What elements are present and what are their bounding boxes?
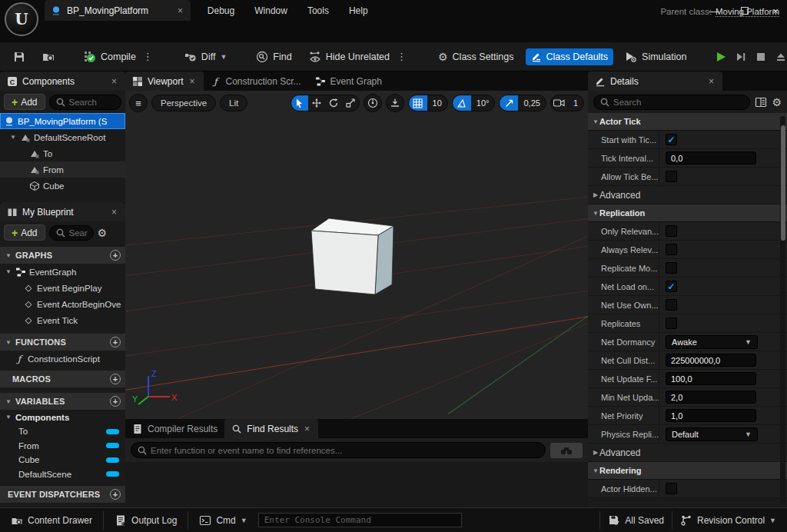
compiler-results-tab[interactable]: Compiler Results (125, 419, 224, 438)
frame-skip-button[interactable] (735, 51, 747, 63)
menu-tools[interactable]: Tools (298, 0, 338, 22)
tree-item-defaultsceneroot[interactable]: ▼ DefaultSceneRoot (0, 129, 125, 145)
browse-button[interactable] (37, 48, 60, 66)
close-icon[interactable]: × (188, 76, 196, 87)
my-blueprint-search-input[interactable] (69, 228, 88, 238)
my-blueprint-tab[interactable]: My Blueprint × (0, 202, 125, 221)
stop-button[interactable] (755, 51, 767, 63)
tree-item-to[interactable]: To (0, 145, 125, 161)
number-input[interactable] (666, 409, 756, 422)
my-blueprint-search[interactable] (49, 225, 94, 241)
scale-snap-toggle[interactable] (500, 95, 518, 111)
surface-snap-toggle[interactable] (386, 94, 404, 112)
details-search-input[interactable] (613, 98, 744, 107)
scale-snap-value[interactable]: 0,25 (518, 98, 545, 108)
section-rendering[interactable]: ▼Rendering (588, 462, 787, 480)
constructionscript-item[interactable]: ƒ ConstructionScript (0, 351, 125, 367)
display-filter-icon[interactable] (755, 96, 767, 108)
asset-tab-bp-movingplatform[interactable]: BP_MovingPlatform × (45, 0, 191, 21)
class-defaults-button[interactable]: Class Defaults (526, 48, 614, 65)
advanced-expander[interactable]: ▶Advanced (588, 444, 787, 462)
close-icon[interactable]: × (707, 76, 716, 87)
save-button[interactable] (8, 48, 31, 66)
perspective-button[interactable]: Perspective (151, 95, 216, 111)
hide-unrelated-options-icon[interactable]: ⋮ (394, 51, 409, 62)
grid-snap-toggle[interactable] (409, 95, 427, 111)
components-tab[interactable]: C Components × (0, 71, 125, 91)
variables-section-header[interactable]: ▼ VARIABLES + (0, 393, 125, 410)
details-search[interactable] (593, 95, 750, 110)
checkbox[interactable]: ✓ (666, 244, 677, 255)
viewport-options-icon[interactable]: ≡ (129, 94, 148, 112)
checkbox[interactable]: ✓ (666, 134, 677, 145)
number-input[interactable] (666, 391, 756, 404)
find-button[interactable]: Find (251, 48, 297, 66)
all-saved-button[interactable]: All Saved (603, 511, 669, 530)
event-actorbeginoverlap-item[interactable]: ◇ Event ActorBeginOve (0, 296, 125, 312)
number-input[interactable] (666, 372, 756, 385)
details-scrollbar[interactable] (780, 116, 785, 504)
move-tool[interactable] (308, 95, 325, 111)
eject-button[interactable] (775, 51, 787, 63)
close-icon[interactable]: × (303, 424, 311, 434)
camera-speed-toggle[interactable] (551, 95, 568, 111)
hide-unrelated-button[interactable]: Hide Unrelated ⋮ (304, 48, 414, 66)
compile-options-icon[interactable]: ⋮ (141, 51, 155, 62)
add-graph-icon[interactable]: + (110, 250, 121, 261)
components-search[interactable] (49, 95, 121, 110)
close-icon[interactable]: × (110, 207, 118, 218)
checkbox[interactable]: ✓ (666, 225, 677, 237)
eventgraph-item[interactable]: ▼ EventGraph (0, 264, 125, 280)
event-dispatchers-section-header[interactable]: EVENT DISPATCHERS + (0, 486, 125, 503)
select-tool[interactable] (291, 95, 308, 111)
components-search-input[interactable] (69, 98, 115, 107)
variable-defaultscene[interactable]: DefaultScene (0, 467, 125, 482)
tree-item-root[interactable]: BP_MovingPlatform (S (0, 113, 125, 129)
graphs-section-header[interactable]: ▼ GRAPHS + (0, 247, 125, 264)
viewport-tab[interactable]: Viewport × (125, 71, 204, 91)
dropdown[interactable]: Awake▼ (666, 335, 758, 349)
details-tab[interactable]: Details × (588, 71, 722, 91)
find-references-input[interactable] (151, 446, 540, 455)
components-category[interactable]: ▼ Components (0, 410, 125, 424)
checkbox[interactable]: ✓ (666, 483, 677, 494)
compile-button[interactable]: Compile ⋮ (78, 48, 161, 66)
checkbox[interactable]: ✓ (666, 299, 677, 311)
number-input[interactable] (666, 151, 756, 165)
variable-cube[interactable]: Cube (0, 453, 125, 467)
advanced-expander[interactable]: ▶Advanced (588, 186, 787, 204)
number-input[interactable] (666, 354, 756, 367)
event-tick-item[interactable]: ◇ Event Tick (0, 312, 125, 328)
section-actor-tick[interactable]: ▼Actor Tick (588, 113, 787, 131)
console-command-input[interactable] (258, 513, 462, 527)
construction-script-tab[interactable]: ƒ Construction Scr... (204, 71, 308, 91)
world-coordinate-toggle[interactable] (364, 94, 382, 112)
revision-control-button[interactable]: Revision Control ▼ (676, 511, 781, 530)
add-variable-icon[interactable]: + (110, 396, 121, 407)
rotate-tool[interactable] (325, 95, 342, 111)
scrollbar-thumb[interactable] (781, 125, 785, 241)
close-icon[interactable]: × (176, 5, 184, 16)
checkbox[interactable]: ✓ (666, 281, 677, 292)
gear-icon[interactable]: ⚙ (98, 227, 108, 239)
close-icon[interactable]: × (110, 76, 118, 87)
functions-section-header[interactable]: ▼ FUNCTIONS + (0, 334, 125, 351)
scale-tool[interactable] (342, 95, 359, 111)
output-log-button[interactable]: Output Log (110, 511, 181, 530)
event-graph-tab[interactable]: Event Graph (308, 71, 389, 91)
class-settings-button[interactable]: ⚙ Class Settings (433, 48, 519, 66)
event-beginplay-item[interactable]: ◇ Event BeginPlay (0, 280, 125, 296)
menu-debug[interactable]: Debug (198, 0, 244, 22)
menu-help[interactable]: Help (340, 0, 377, 22)
add-component-button[interactable]: +Add (4, 94, 45, 110)
add-dispatcher-icon[interactable]: + (110, 489, 121, 500)
tree-item-from[interactable]: From (0, 161, 125, 178)
gear-icon[interactable]: ⚙ (772, 96, 782, 108)
checkbox[interactable]: ✓ (666, 318, 677, 329)
find-references-search[interactable] (131, 442, 546, 458)
angle-snap-value[interactable]: 10° (471, 98, 495, 108)
parent-class-link[interactable]: Moving Platform (716, 7, 779, 17)
content-drawer-button[interactable]: Content Drawer (6, 511, 97, 530)
menu-window[interactable]: Window (245, 0, 297, 22)
add-function-icon[interactable]: + (110, 337, 121, 347)
